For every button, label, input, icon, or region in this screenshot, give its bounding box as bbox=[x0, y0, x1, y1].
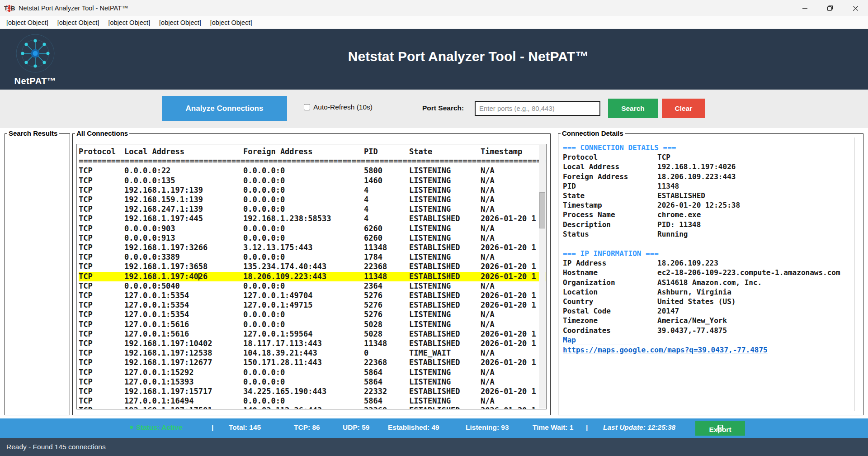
cell-timestamp: 2026-01-20 1 bbox=[481, 329, 539, 339]
search-button[interactable]: Search bbox=[608, 99, 658, 118]
vertical-scrollbar[interactable] bbox=[539, 145, 546, 408]
menu-item[interactable]: [object Object] bbox=[2, 18, 53, 28]
connection-row[interactable]: TCP 127.0.0.1:15393 0.0.0.0:0 5864 LISTE… bbox=[79, 377, 546, 387]
cell-protocol: TCP bbox=[79, 368, 124, 377]
google-maps-url-link[interactable]: https://maps.google.com/maps?q=39.0437,-… bbox=[563, 345, 853, 355]
minimize-button[interactable] bbox=[792, 0, 817, 16]
port-search-input[interactable] bbox=[475, 101, 600, 116]
cell-state: ESTABLISHED bbox=[409, 272, 481, 281]
cell-foreign-address: 192.168.1.238:58533 bbox=[243, 214, 364, 223]
connection-row[interactable]: TCP 127.0.0.1:15292 0.0.0.0:0 5864 LISTE… bbox=[79, 368, 546, 377]
connection-row[interactable]: TCP 192.168.1.197:12538 104.18.39.21:443… bbox=[79, 348, 546, 358]
connection-row[interactable]: TCP 192.168.1.197:4026 18.206.109.223:44… bbox=[79, 272, 546, 281]
cell-pid: 5864 bbox=[364, 377, 409, 387]
connection-row[interactable]: TCP 192.168.247.1:139 0.0.0.0:0 4 LISTEN… bbox=[79, 204, 546, 214]
menu-item[interactable]: [object Object] bbox=[206, 18, 257, 28]
cell-protocol: TCP bbox=[79, 166, 124, 176]
menu-item[interactable]: [object Object] bbox=[104, 18, 155, 28]
cell-pid: 11348 bbox=[364, 339, 409, 348]
cell-protocol: TCP bbox=[79, 339, 124, 348]
cell-local-address: 192.168.1.197:139 bbox=[124, 185, 243, 195]
cell-foreign-address: 127.0.0.1:49715 bbox=[243, 300, 364, 310]
header-banner: NetPAT™ Netstat Port Analyzer Tool - Net… bbox=[0, 29, 868, 90]
connection-row[interactable]: TCP 127.0.0.1:5616 127.0.0.1:59564 5028 … bbox=[79, 329, 546, 339]
connection-row[interactable]: TCP 192.168.1.197:3658 135.234.174.40:44… bbox=[79, 262, 546, 271]
detail-key: IP Address bbox=[563, 258, 657, 268]
cell-local-address: 0.0.0.0:135 bbox=[124, 176, 243, 185]
connection-row[interactable]: TCP 127.0.0.1:5354 0.0.0.0:0 5276 LISTEN… bbox=[79, 310, 546, 319]
details-spacer bbox=[563, 239, 853, 249]
detail-row: Hostname ec2-18-206-109-223.compute-1.am… bbox=[563, 268, 853, 277]
connection-row[interactable]: TCP 127.0.0.1:5616 0.0.0.0:0 5028 LISTEN… bbox=[79, 320, 546, 329]
connection-row[interactable]: TCP 0.0.0.0:3389 0.0.0.0:0 1784 LISTENIN… bbox=[79, 252, 546, 262]
cell-local-address: 0.0.0.0:903 bbox=[124, 224, 243, 233]
detail-value: 2026-01-20 12:25:38 bbox=[657, 200, 740, 210]
connection-row[interactable]: TCP 192.168.1.197:17581 140.82.112.26:44… bbox=[79, 406, 546, 409]
status-active-label: Status: Active bbox=[136, 423, 183, 431]
cell-protocol: TCP bbox=[79, 176, 124, 185]
menu-bar: [object Object][object Object][object Ob… bbox=[0, 16, 868, 29]
connection-row[interactable]: TCP 192.168.1.197:10402 18.117.17.113:44… bbox=[79, 339, 546, 348]
detail-key: Status bbox=[563, 229, 657, 239]
connection-row[interactable]: TCP 127.0.0.1:16494 0.0.0.0:0 5864 LISTE… bbox=[79, 396, 546, 406]
cell-state: TIME_WAIT bbox=[409, 348, 481, 358]
detail-value: AS14618 Amazon.com, Inc. bbox=[657, 278, 762, 287]
connections-header-row: Protocol Local Address Foreign Address P… bbox=[79, 147, 546, 157]
app-ant-icon: T B bbox=[4, 3, 15, 13]
connection-row[interactable]: TCP 0.0.0.0:903 0.0.0.0:0 6260 LISTENING… bbox=[79, 224, 546, 233]
cell-state: LISTENING bbox=[409, 368, 481, 377]
connection-row[interactable]: TCP 0.0.0.0:913 0.0.0.0:0 6260 LISTENING… bbox=[79, 233, 546, 243]
cell-foreign-address: 0.0.0.0:0 bbox=[243, 166, 364, 176]
auto-refresh-checkbox[interactable] bbox=[304, 104, 310, 110]
maximize-restore-button[interactable] bbox=[817, 0, 843, 16]
stat-tcp: TCP: 86 bbox=[294, 423, 320, 432]
column-header-pid: PID bbox=[364, 147, 409, 157]
detail-value: 39.0437,-77.4875 bbox=[657, 326, 727, 335]
scrollbar-thumb[interactable] bbox=[539, 192, 545, 228]
detail-row: Coordinates 39.0437,-77.4875 bbox=[563, 326, 853, 335]
connection-row[interactable]: TCP 127.0.0.1:5354 127.0.0.1:49715 5276 … bbox=[79, 300, 546, 310]
connection-row[interactable]: TCP 192.168.1.197:12677 150.171.28.11:44… bbox=[79, 358, 546, 367]
detail-key: State bbox=[563, 191, 657, 200]
connection-row[interactable]: TCP 192.168.1.197:3266 3.12.13.175:443 1… bbox=[79, 243, 546, 252]
cell-state: ESTABLISHED bbox=[409, 291, 481, 300]
cell-timestamp: 2026-01-20 1 bbox=[481, 262, 539, 271]
detail-row: Timestamp 2026-01-20 12:25:38 bbox=[563, 200, 853, 210]
connections-rows: TCP 0.0.0.0:22 0.0.0.0:0 5800 LISTENING … bbox=[79, 166, 546, 409]
header-separator: ========================================… bbox=[79, 157, 546, 166]
connection-row[interactable]: TCP 192.168.159.1:139 0.0.0.0:0 4 LISTEN… bbox=[79, 195, 546, 204]
clear-button[interactable]: Clear bbox=[662, 99, 705, 118]
cell-pid: 11348 bbox=[364, 272, 409, 281]
detail-key: Description bbox=[563, 220, 657, 229]
cell-protocol: TCP bbox=[79, 291, 124, 300]
connection-row[interactable]: TCP 192.168.1.197:139 0.0.0.0:0 4 LISTEN… bbox=[79, 185, 546, 195]
cell-pid: 4 bbox=[364, 214, 409, 223]
connection-row[interactable]: TCP 192.168.1.197:15717 34.225.165.190:4… bbox=[79, 387, 546, 396]
menu-item[interactable]: [object Object] bbox=[155, 18, 206, 28]
map-link[interactable]: Map bbox=[563, 335, 636, 345]
export-button[interactable]: Export bbox=[695, 421, 745, 436]
toolbar: Analyze Connections Auto-Refresh (10s) P… bbox=[0, 90, 868, 128]
close-button[interactable] bbox=[843, 0, 868, 16]
menu-item[interactable]: [object Object] bbox=[53, 18, 104, 28]
cell-local-address: 192.168.1.197:3266 bbox=[124, 243, 243, 252]
cell-foreign-address: 18.206.109.223:443 bbox=[243, 272, 364, 281]
cell-pid: 5864 bbox=[364, 368, 409, 377]
connection-row[interactable]: TCP 0.0.0.0:135 0.0.0.0:0 1460 LISTENING… bbox=[79, 176, 546, 185]
cell-pid: 5800 bbox=[364, 166, 409, 176]
cell-timestamp: N/A bbox=[481, 348, 539, 358]
cell-protocol: TCP bbox=[79, 300, 124, 310]
analyze-connections-button[interactable]: Analyze Connections bbox=[162, 96, 287, 121]
connection-row[interactable]: TCP 192.168.1.197:445 192.168.1.238:5853… bbox=[79, 214, 546, 223]
connection-row[interactable]: TCP 127.0.0.1:5354 127.0.0.1:49704 5276 … bbox=[79, 291, 546, 300]
detail-row: Local Address 192.168.1.197:4026 bbox=[563, 162, 853, 171]
connection-row[interactable]: TCP 0.0.0.0:5040 0.0.0.0:0 2364 LISTENIN… bbox=[79, 281, 546, 291]
cell-foreign-address: 0.0.0.0:0 bbox=[243, 204, 364, 214]
cell-pid: 2364 bbox=[364, 281, 409, 291]
stat-established: Established: 49 bbox=[388, 423, 439, 432]
cell-timestamp: N/A bbox=[481, 224, 539, 233]
cell-state: ESTABLISHED bbox=[409, 214, 481, 223]
column-header-timestamp: Timestamp bbox=[481, 147, 539, 157]
connection-row[interactable]: TCP 0.0.0.0:22 0.0.0.0:0 5800 LISTENING … bbox=[79, 166, 546, 176]
cell-timestamp: 2026-01-20 1 bbox=[481, 358, 539, 367]
